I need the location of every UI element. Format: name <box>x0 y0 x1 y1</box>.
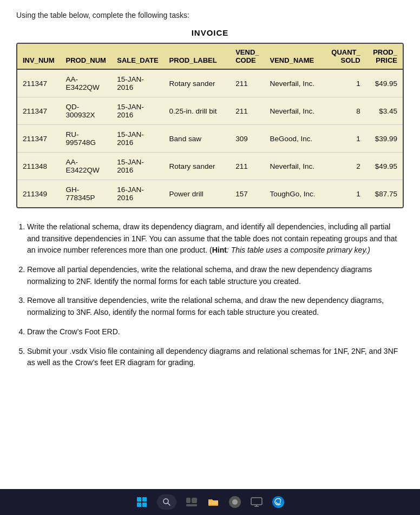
table-body: 211347 AA-E3422QW 15-JAN-2016 Rotary san… <box>17 69 403 207</box>
win-sq-1 <box>137 497 141 501</box>
invoice-table: INV_NUM PROD_NUM SALE_DATE PROD_LABEL VE… <box>17 44 403 207</box>
taskbar-monitor[interactable] <box>250 496 263 509</box>
cell-vend-name: Neverfail, Inc. <box>265 97 326 125</box>
cell-quant-sold: 8 <box>326 97 365 125</box>
svg-rect-2 <box>186 498 191 503</box>
svg-line-1 <box>168 503 170 505</box>
main-content: Using the table below, complete the foll… <box>0 0 420 489</box>
taskbar-files[interactable] <box>207 496 220 509</box>
cell-vend-code: 211 <box>230 97 264 125</box>
cell-vend-name: BeGood, Inc. <box>265 125 326 153</box>
edge-icon <box>272 496 284 508</box>
cell-prod-num: RU-995748G <box>60 125 111 153</box>
task-item: Write the relational schema, draw its de… <box>27 221 404 256</box>
col-header-prod-label: PROD_LABEL <box>164 44 231 69</box>
cell-prod-label: Rotary sander <box>164 153 231 180</box>
cell-inv-num: 211347 <box>17 97 60 125</box>
taskbar-search[interactable] <box>157 494 176 510</box>
cell-prod-num: AA-E3422QW <box>60 153 111 180</box>
cell-vend-name: Neverfail, Inc. <box>265 153 326 180</box>
cell-prod-num: AA-E3422QW <box>60 69 111 97</box>
win-sq-2 <box>142 497 147 501</box>
cell-vend-code: 211 <box>230 69 264 97</box>
taskview-icon <box>186 498 197 506</box>
cell-prod-label: Rotary sander <box>164 69 231 97</box>
win-sq-4 <box>142 503 147 507</box>
col-header-inv-num: INV_NUM <box>17 44 60 69</box>
file-explorer-icon <box>207 497 219 507</box>
windows-start-button[interactable] <box>135 496 148 509</box>
cell-sale-date: 16-JAN-2016 <box>111 180 163 208</box>
taskbar-taskview[interactable] <box>185 496 198 509</box>
cell-prod-label: 0.25-in. drill bit <box>164 97 231 125</box>
cell-prod-label: Power drill <box>164 180 231 208</box>
cell-prod-price: $87.75 <box>366 180 403 208</box>
svg-point-5 <box>232 499 238 505</box>
cell-vend-name: Neverfail, Inc. <box>265 69 326 97</box>
cell-sale-date: 15-JAN-2016 <box>111 153 163 180</box>
cell-prod-price: $49.95 <box>366 69 403 97</box>
cell-vend-code: 211 <box>230 153 264 180</box>
col-header-prod-num: PROD_NUM <box>60 44 111 69</box>
table-row: 211347 QD-300932X 15-JAN-2016 0.25-in. d… <box>17 97 403 125</box>
cell-inv-num: 211348 <box>17 153 60 180</box>
task-item: Remove all transitive dependencies, writ… <box>27 295 404 318</box>
taskbar-center <box>135 494 285 510</box>
taskbar-edge[interactable] <box>272 496 285 509</box>
taskbar-circle-app[interactable] <box>228 496 241 509</box>
cell-sale-date: 15-JAN-2016 <box>111 69 163 97</box>
table-row: 211347 AA-E3422QW 15-JAN-2016 Rotary san… <box>17 69 403 97</box>
svg-rect-3 <box>192 498 197 503</box>
cell-prod-price: $49.95 <box>366 153 403 180</box>
cell-quant-sold: 1 <box>326 180 365 208</box>
cell-inv-num: 211347 <box>17 125 60 153</box>
svg-rect-6 <box>251 498 262 505</box>
tasks-list: Write the relational schema, draw its de… <box>27 221 404 369</box>
cell-vend-name: ToughGo, Inc. <box>265 180 326 208</box>
col-header-vend-code: VEND_ CODE <box>230 44 264 69</box>
col-header-quant-sold: QUANT_ SOLD <box>326 44 365 69</box>
windows-logo-icon <box>137 497 147 507</box>
table-row: 211348 AA-E3422QW 15-JAN-2016 Rotary san… <box>17 153 403 180</box>
cell-prod-num: QD-300932X <box>60 97 111 125</box>
svg-rect-4 <box>186 504 197 506</box>
search-icon <box>162 498 171 506</box>
col-header-vend-name: VEND_NAME <box>265 44 326 69</box>
circle-app-icon <box>229 496 241 508</box>
cell-sale-date: 15-JAN-2016 <box>111 125 163 153</box>
cell-vend-code: 309 <box>230 125 264 153</box>
cell-prod-price: $3.45 <box>366 97 403 125</box>
monitor-icon <box>251 497 262 507</box>
invoice-title: INVOICE <box>16 28 404 37</box>
cell-inv-num: 211347 <box>17 69 60 97</box>
cell-quant-sold: 2 <box>326 153 365 180</box>
cell-prod-label: Band saw <box>164 125 231 153</box>
invoice-table-wrapper: INV_NUM PROD_NUM SALE_DATE PROD_LABEL VE… <box>16 43 404 208</box>
cell-inv-num: 211349 <box>17 180 60 208</box>
taskbar <box>0 489 420 515</box>
table-row: 211349 GH-778345P 16-JAN-2016 Power dril… <box>17 180 403 208</box>
cell-quant-sold: 1 <box>326 69 365 97</box>
intro-paragraph: Using the table below, complete the foll… <box>16 11 404 19</box>
cell-prod-num: GH-778345P <box>60 180 111 208</box>
table-header-row: INV_NUM PROD_NUM SALE_DATE PROD_LABEL VE… <box>17 44 403 69</box>
win-sq-3 <box>137 503 141 507</box>
cell-prod-price: $39.99 <box>366 125 403 153</box>
col-header-prod-price: PROD_ PRICE <box>366 44 403 69</box>
cell-sale-date: 15-JAN-2016 <box>111 97 163 125</box>
table-row: 211347 RU-995748G 15-JAN-2016 Band saw 3… <box>17 125 403 153</box>
task-item: Draw the Crow’s Foot ERD. <box>27 326 404 338</box>
task-item: Remove all partial dependencies, write t… <box>27 264 404 287</box>
col-header-sale-date: SALE_DATE <box>111 44 163 69</box>
cell-vend-code: 157 <box>230 180 264 208</box>
task-item: Submit your .vsdx Visio file containing … <box>27 346 404 369</box>
cell-quant-sold: 1 <box>326 125 365 153</box>
